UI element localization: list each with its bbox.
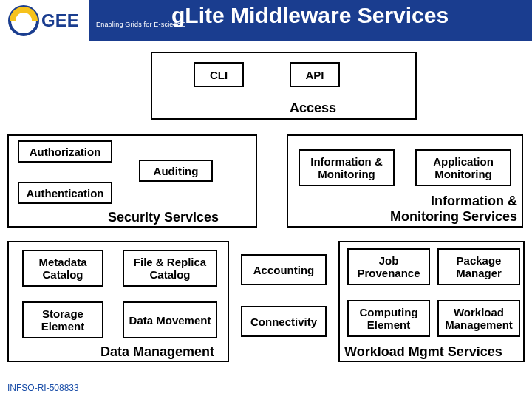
metadata-catalog-box: Metadata Catalog	[22, 250, 103, 287]
package-manager-box: Package Manager	[437, 248, 520, 285]
cli-box: CLI	[194, 62, 244, 87]
connectivity-box: Connectivity	[241, 306, 327, 337]
footer-id: INFSO-RI-508833	[7, 383, 79, 393]
access-label: Access	[290, 100, 336, 116]
data-mgmt-label: Data Management	[100, 344, 214, 360]
api-box: API	[290, 62, 340, 87]
svg-point-1	[16, 13, 32, 29]
header-bar: GEE Enabling Grids for E-sciencE gLite M…	[0, 0, 532, 41]
app-monitoring-box: Application Monitoring	[415, 149, 511, 186]
page-title: gLite Middleware Services	[171, 3, 449, 28]
workload-label: Workload Mgmt Services	[344, 344, 502, 360]
storage-element-box: Storage Element	[22, 301, 103, 338]
security-label: Security Services	[108, 210, 219, 225]
accounting-box: Accounting	[241, 254, 327, 285]
computing-element-box: Computing Element	[347, 300, 430, 337]
info-monitoring-box: Information & Monitoring	[299, 149, 395, 186]
job-provenance-box: Job Provenance	[347, 248, 430, 285]
svg-text:GEE: GEE	[41, 10, 79, 30]
data-movement-box: Data Movement	[123, 301, 217, 338]
info-label: Information & Monitoring Services	[361, 194, 517, 225]
auditing-box: Auditing	[139, 160, 213, 182]
authentication-box: Authentication	[18, 182, 112, 204]
file-replica-box: File & Replica Catalog	[123, 250, 217, 287]
access-group	[151, 52, 417, 120]
egee-logo: GEE	[6, 1, 95, 40]
workload-management-box: Workload Management	[437, 300, 520, 337]
authorization-box: Authorization	[18, 140, 112, 163]
